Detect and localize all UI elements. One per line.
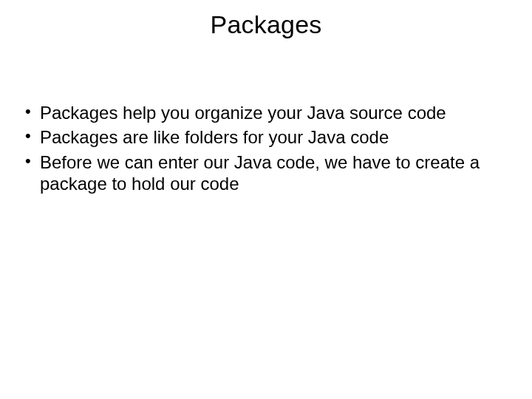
list-item: Packages help you organize your Java sou… bbox=[21, 102, 502, 123]
bullet-list: Packages help you organize your Java sou… bbox=[21, 102, 502, 194]
list-item: Packages are like folders for your Java … bbox=[21, 126, 502, 148]
slide-title: Packages bbox=[0, 10, 532, 39]
list-item: Before we can enter our Java code, we ha… bbox=[21, 151, 502, 195]
slide: Packages Packages help you organize your… bbox=[0, 0, 532, 399]
slide-body: Packages help you organize your Java sou… bbox=[21, 102, 502, 197]
